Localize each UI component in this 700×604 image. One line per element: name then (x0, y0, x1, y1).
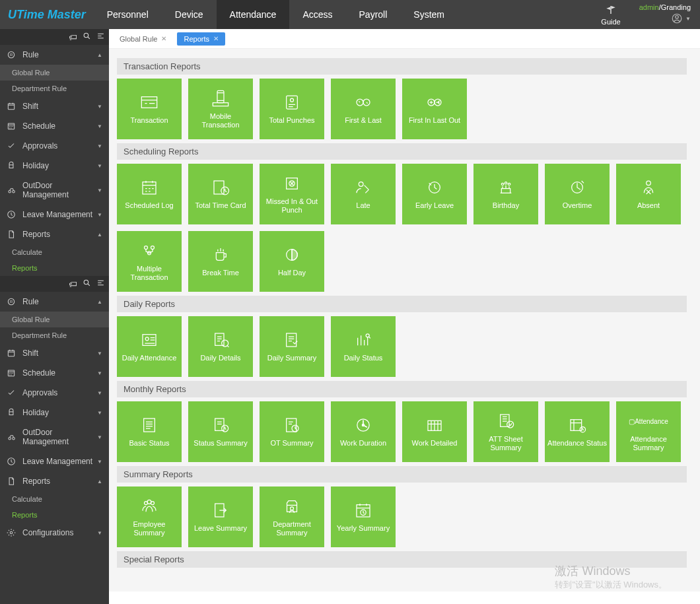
reports-icon (7, 477, 17, 486)
report-card-leave-summary[interactable]: Leave Summary (188, 487, 253, 547)
report-card-birthday[interactable]: Birthday (473, 164, 538, 224)
report-card-mobile-transaction[interactable]: Mobile Transaction (188, 79, 253, 139)
report-card-total-punches[interactable]: Total Punches (260, 79, 324, 139)
svg-rect-52 (144, 419, 155, 432)
report-card-first-last[interactable]: First & Last (331, 79, 396, 139)
report-card-yearly-summary[interactable]: Yearly Summary (331, 487, 396, 547)
sidebar-item-schedule[interactable]: Schedule▼ (0, 363, 109, 383)
report-card-scheduled-log[interactable]: Scheduled Log (117, 164, 182, 224)
card-label: Break Time (202, 269, 239, 277)
sidebar-sub-reports[interactable]: Reports (0, 507, 109, 523)
sidebar-sub-global-rule[interactable]: Global Rule (0, 65, 109, 81)
report-card-work-duration[interactable]: Work Duration (331, 401, 396, 462)
report-card-multiple-transaction[interactable]: Multiple Transaction (117, 231, 182, 292)
sidebar-item-approvals[interactable]: Approvals▼ (0, 383, 109, 403)
guide-button[interactable]: Guide (592, 3, 629, 27)
report-card-total-time-card[interactable]: Total Time Card (188, 164, 253, 224)
report-card-department-summary[interactable]: Department Summary (260, 487, 324, 547)
search-icon[interactable] (83, 279, 91, 289)
tab-label: Reports (184, 35, 209, 43)
nav-item-access[interactable]: Access (289, 0, 345, 29)
sidebar-sub-department-rule[interactable]: Department Rule (0, 81, 109, 96)
sidebar-tools: 🏷 (0, 276, 109, 292)
svg-point-28 (291, 99, 294, 102)
chevron-down-icon: ▼ (97, 370, 102, 376)
sidebar-item-schedule[interactable]: Schedule▼ (0, 116, 109, 136)
basic-icon (138, 415, 160, 436)
sidebar-sub-global-rule[interactable]: Global Rule (0, 312, 109, 327)
report-card-attendance-summary[interactable]: ▢AttendanceAttendance Summary (616, 401, 681, 462)
report-card-daily-attendance[interactable]: Daily Attendance (117, 316, 182, 377)
card-label: First In Last Out (409, 116, 460, 125)
tab-reports[interactable]: Reports✕ (177, 32, 225, 46)
sidebar-sub-department-rule[interactable]: Department Rule (0, 327, 109, 343)
report-card-att-sheet-summary[interactable]: ATT Sheet Summary (473, 401, 538, 462)
approvals-icon (7, 141, 17, 151)
sidebar-item-label: Approvals (22, 141, 97, 151)
report-card-early-leave[interactable]: Early Leave (402, 164, 467, 224)
report-card-absent[interactable]: Absent (616, 164, 681, 224)
sidebar-item-shift[interactable]: Shift▼ (0, 343, 109, 363)
nav-item-payroll[interactable]: Payroll (346, 0, 401, 29)
report-card-attendance-status[interactable]: Attendance Status (545, 401, 610, 462)
tags-icon[interactable]: 🏷 (69, 32, 77, 42)
report-card-half-day[interactable]: Half Day (260, 231, 324, 292)
nav-item-attendance[interactable]: Attendance (217, 0, 290, 29)
sidebar-item-outdoor-management[interactable]: OutDoor Management▼ (0, 422, 109, 452)
report-card-work-detailed[interactable]: Work Detailed (402, 401, 467, 462)
report-card-late[interactable]: Late (331, 164, 396, 224)
user-box[interactable]: admin/Granding ▼ (630, 3, 700, 26)
report-card-first-in-last-out[interactable]: First In Last Out (402, 79, 467, 139)
report-card-basic-status[interactable]: Basic Status (117, 401, 182, 462)
sidebar-item-rule[interactable]: RRule▲ (0, 292, 109, 312)
close-icon[interactable]: ✕ (161, 35, 166, 42)
sidebar-tools: 🏷 (0, 29, 109, 45)
sidebar-item-holiday[interactable]: Holiday▼ (0, 156, 109, 176)
report-card-missed-in-out-punch[interactable]: Missed In & Out Punch (260, 164, 324, 224)
report-card-employee-summary[interactable]: Employee Summary (117, 487, 182, 547)
sidebar-item-rule[interactable]: RRule▲ (0, 45, 109, 65)
report-card-overtime[interactable]: Overtime (545, 164, 610, 224)
sidebar-item-reports[interactable]: Reports▲ (0, 224, 109, 244)
nav-item-system[interactable]: System (400, 0, 458, 29)
sidebar-item-label: Reports (22, 477, 97, 486)
tab-global-rule[interactable]: Global Rule✕ (113, 32, 173, 46)
tags-icon[interactable]: 🏷 (69, 279, 77, 289)
sidebar-item-reports[interactable]: Reports▲ (0, 471, 109, 491)
sidebar-item-leave-management[interactable]: Leave Management▼ (0, 205, 109, 224)
sidebar-sub-calculate[interactable]: Calculate (0, 491, 109, 507)
report-card-daily-status[interactable]: Daily Status (331, 316, 396, 377)
report-card-status-summary[interactable]: Status Summary (188, 401, 253, 462)
report-card-ot-summary[interactable]: OT Summary (260, 401, 324, 462)
chevron-down-icon: ▼ (97, 212, 102, 218)
guide-label: Guide (601, 18, 620, 26)
user-menu[interactable]: ▼ (671, 13, 691, 24)
svg-rect-33 (143, 182, 156, 194)
config-icon (7, 528, 17, 537)
sidebar-item-leave-management[interactable]: Leave Management▼ (0, 452, 109, 471)
card-label: Attendance Summary (619, 435, 678, 452)
close-icon[interactable]: ✕ (213, 35, 219, 42)
sidebar-sub-reports[interactable]: Reports (0, 260, 109, 276)
sidebar-sub-calculate[interactable]: Calculate (0, 244, 109, 260)
collapse-icon[interactable] (96, 32, 105, 42)
report-card-daily-details[interactable]: Daily Details (188, 316, 253, 377)
leave-icon (7, 210, 17, 219)
report-card-transaction[interactable]: Transaction (117, 79, 182, 139)
sidebar-item-configurations[interactable]: Configurations▼ (0, 523, 109, 543)
sidebar-item-holiday[interactable]: Holiday▼ (0, 403, 109, 422)
svg-point-23 (10, 531, 13, 534)
report-card-break-time[interactable]: Break Time (188, 231, 253, 292)
sidebar-item-approvals[interactable]: Approvals▼ (0, 136, 109, 156)
svg-marker-1 (612, 6, 615, 9)
schedule-icon (7, 368, 17, 378)
nav-item-device[interactable]: Device (162, 0, 217, 29)
sidebar-item-shift[interactable]: Shift▼ (0, 96, 109, 116)
chevron-up-icon: ▲ (97, 479, 102, 485)
report-card-daily-summary[interactable]: Daily Summary (260, 316, 324, 377)
nav-item-personnel[interactable]: Personnel (94, 0, 162, 29)
search-icon[interactable] (83, 32, 91, 42)
section-title: Summary Reports (117, 466, 687, 483)
collapse-icon[interactable] (96, 279, 105, 289)
sidebar-item-outdoor-management[interactable]: OutDoor Management▼ (0, 176, 109, 205)
